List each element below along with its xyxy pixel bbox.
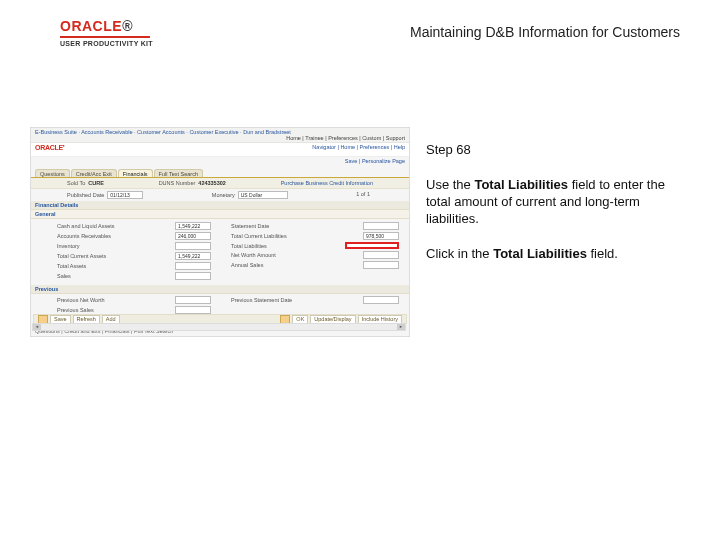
row-total-liabilities: Total Liabilities: [231, 241, 405, 250]
step-label: Step 68: [426, 142, 686, 159]
tab-fulltext[interactable]: Full Text Search: [154, 169, 203, 177]
label: Previous Net Worth: [57, 297, 105, 303]
app-brand: ORACLE’: [35, 144, 64, 155]
header-row-1: Sold To CURE DUNS Number 424335302 Purch…: [31, 178, 409, 189]
section-financial-details: Financial Details: [31, 201, 409, 210]
label: Sales: [57, 273, 71, 279]
sold-to-label: Sold To: [67, 180, 85, 186]
monetary-label: Monetary: [212, 192, 235, 198]
tcl-input[interactable]: 978,500: [363, 232, 399, 240]
text-run: Click in the: [426, 246, 493, 261]
row-net-worth: Net Worth Amount: [231, 250, 405, 260]
tab-questions[interactable]: Questions: [35, 169, 70, 177]
duns-value: 424335302: [198, 180, 226, 186]
breadcrumb: E-Business Suite · Accounts Receivable ·…: [35, 129, 291, 135]
row-annual-sales: Annual Sales: [231, 260, 405, 270]
total-liabilities-input[interactable]: [345, 242, 399, 249]
published-date-label: Published Date: [67, 192, 104, 198]
prev-networth-input[interactable]: [175, 296, 211, 304]
header-links: Home | Trainee | Preferences | Custom | …: [286, 135, 405, 141]
ar-input[interactable]: 246,000: [175, 232, 211, 240]
brand-trademark: ®: [122, 18, 133, 34]
published-date-input[interactable]: 01/12/13: [107, 191, 143, 199]
label: Total Liabilities: [231, 243, 267, 249]
scroll-right-icon[interactable]: ►: [397, 324, 405, 330]
tab-financials[interactable]: Financials: [118, 169, 153, 177]
cash-input[interactable]: 1,549,222: [175, 222, 211, 230]
section-previous: Previous: [31, 285, 409, 294]
header-row-2: Published Date 01/12/13 Monetary US Doll…: [31, 189, 409, 201]
label: Cash and Liquid Assets: [57, 223, 114, 229]
prev-sales-input[interactable]: [175, 306, 211, 314]
published-date-field: Published Date 01/12/13: [67, 191, 143, 199]
monetary-input[interactable]: US Dollar: [238, 191, 288, 199]
label: Net Worth Amount: [231, 252, 276, 258]
duns-field: DUNS Number 424335302: [159, 180, 226, 186]
prev-statement-date-input[interactable]: [363, 296, 399, 304]
financial-left-col: Cash and Liquid Assets1,549,222 Accounts…: [57, 221, 231, 281]
label: Accounts Receivables: [57, 233, 111, 239]
duns-label: DUNS Number: [159, 180, 196, 186]
app-nav-links: Navigator | Home | Preferences | Help: [312, 144, 405, 155]
row-prev-networth: Previous Net Worth: [57, 295, 231, 305]
text-run-bold: Total Liabilities: [474, 177, 568, 192]
net-worth-input[interactable]: [363, 251, 399, 259]
row-total-current-assets: Total Current Assets1,549,222: [57, 251, 231, 261]
row-statement-date: Statement Date: [231, 221, 405, 231]
label: Annual Sales: [231, 262, 263, 268]
tab-credit[interactable]: Credit/Acc Exit: [71, 169, 117, 177]
purchase-link[interactable]: Purchase Business Credit Information: [281, 180, 373, 186]
breadcrumb-bar: E-Business Suite · Accounts Receivable ·…: [31, 128, 409, 143]
brand-wordmark: ORACLE®: [60, 18, 153, 34]
inventory-input[interactable]: [175, 242, 211, 250]
brand-text-red: ORACLE: [60, 18, 122, 34]
monetary-field: Monetary US Dollar: [212, 191, 288, 199]
label: Inventory: [57, 243, 80, 249]
statement-date-input[interactable]: [363, 222, 399, 230]
page: ORACLE® USER PRODUCTIVITY KIT Maintainin…: [0, 0, 720, 540]
total-assets-input[interactable]: [175, 262, 211, 270]
app-brand-suffix: ’: [63, 144, 65, 151]
app-screenshot: E-Business Suite · Accounts Receivable ·…: [30, 127, 410, 337]
instruction-paragraph-1: Use the Total Liabilities field to enter…: [426, 177, 686, 228]
row-ar: Accounts Receivables246,000: [57, 231, 231, 241]
pager: 1 of 1: [356, 191, 370, 199]
label: Statement Date: [231, 223, 269, 229]
label: Total Current Assets: [57, 253, 106, 259]
app-brand-text: ORACLE: [35, 144, 63, 151]
financial-right-col: Statement Date Total Current Liabilities…: [231, 221, 405, 281]
text-run: field.: [587, 246, 618, 261]
row-inventory: Inventory: [57, 241, 231, 251]
sold-to-value: CURE: [88, 180, 104, 186]
horizontal-scrollbar[interactable]: ◄ ►: [32, 323, 406, 331]
label: Total Current Liabilities: [231, 233, 287, 239]
text-run: Use the: [426, 177, 474, 192]
label: Previous Statement Date: [231, 297, 292, 303]
page-title: Maintaining D&B Information for Customer…: [410, 24, 680, 40]
row-total-current-liab: Total Current Liabilities978,500: [231, 231, 405, 241]
section-general: General: [31, 210, 409, 219]
action-links: Save | Personalize Page: [31, 157, 409, 167]
row-sales: Sales: [57, 271, 231, 281]
scroll-left-icon[interactable]: ◄: [33, 324, 41, 330]
brand-logo: ORACLE® USER PRODUCTIVITY KIT: [60, 18, 153, 47]
instruction-paragraph-2: Click in the Total Liabilities field.: [426, 246, 686, 263]
brand-subtitle: USER PRODUCTIVITY KIT: [60, 40, 153, 47]
brand-rule: [60, 36, 150, 38]
row-cash: Cash and Liquid Assets1,549,222: [57, 221, 231, 231]
financial-grid: Cash and Liquid Assets1,549,222 Accounts…: [31, 219, 409, 285]
annual-sales-input[interactable]: [363, 261, 399, 269]
label: Total Assets: [57, 263, 86, 269]
row-prev-statement-date: Previous Statement Date: [231, 295, 405, 305]
sales-input[interactable]: [175, 272, 211, 280]
instruction-panel: Step 68 Use the Total Liabilities field …: [426, 142, 686, 276]
sold-to-field: Sold To CURE: [67, 180, 104, 186]
tab-bar: Questions Credit/Acc Exit Financials Ful…: [31, 167, 409, 178]
label: Previous Sales: [57, 307, 94, 313]
text-run-bold: Total Liabilities: [493, 246, 587, 261]
tca-input[interactable]: 1,549,222: [175, 252, 211, 260]
row-total-assets: Total Assets: [57, 261, 231, 271]
app-brand-bar: ORACLE’ Navigator | Home | Preferences |…: [31, 143, 409, 157]
